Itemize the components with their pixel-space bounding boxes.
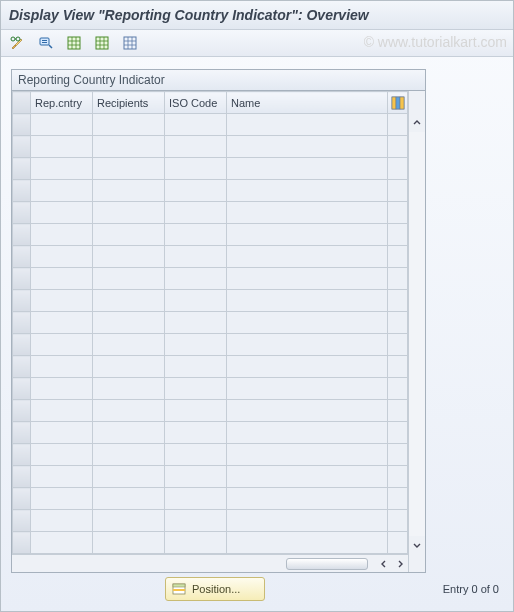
row-selector[interactable]: [13, 268, 31, 290]
table-cell[interactable]: [31, 180, 93, 202]
table-cell[interactable]: [31, 312, 93, 334]
table-cell[interactable]: [93, 114, 165, 136]
export-button-3[interactable]: [119, 32, 141, 54]
row-selector-header[interactable]: [13, 92, 31, 114]
export-button-2[interactable]: [91, 32, 113, 54]
row-selector[interactable]: [13, 532, 31, 554]
table-cell[interactable]: [165, 378, 227, 400]
table-cell[interactable]: [227, 444, 388, 466]
table-cell[interactable]: [165, 136, 227, 158]
table-settings-button[interactable]: [388, 92, 408, 114]
table-cell[interactable]: [31, 532, 93, 554]
table-cell[interactable]: [165, 334, 227, 356]
table-cell[interactable]: [165, 466, 227, 488]
table-cell[interactable]: [165, 290, 227, 312]
table-cell[interactable]: [31, 268, 93, 290]
table-cell[interactable]: [93, 444, 165, 466]
table-cell[interactable]: [93, 180, 165, 202]
table-cell[interactable]: [165, 114, 227, 136]
table-cell[interactable]: [165, 444, 227, 466]
row-selector[interactable]: [13, 378, 31, 400]
table-cell[interactable]: [31, 400, 93, 422]
export-button-1[interactable]: [63, 32, 85, 54]
table-cell[interactable]: [31, 290, 93, 312]
table-cell[interactable]: [165, 356, 227, 378]
table-cell[interactable]: [165, 246, 227, 268]
table-cell[interactable]: [31, 202, 93, 224]
find-button[interactable]: [35, 32, 57, 54]
table-cell[interactable]: [93, 136, 165, 158]
row-selector[interactable]: [13, 488, 31, 510]
table-cell[interactable]: [227, 356, 388, 378]
table-cell[interactable]: [31, 114, 93, 136]
row-selector[interactable]: [13, 136, 31, 158]
table-cell[interactable]: [227, 114, 388, 136]
row-selector[interactable]: [13, 202, 31, 224]
table-cell[interactable]: [227, 180, 388, 202]
row-selector[interactable]: [13, 312, 31, 334]
table-cell[interactable]: [93, 334, 165, 356]
table-cell[interactable]: [227, 510, 388, 532]
hscroll-left-button[interactable]: [376, 556, 392, 572]
row-selector[interactable]: [13, 444, 31, 466]
table-cell[interactable]: [165, 158, 227, 180]
table-cell[interactable]: [31, 224, 93, 246]
table-cell[interactable]: [227, 268, 388, 290]
table-cell[interactable]: [227, 422, 388, 444]
table-cell[interactable]: [93, 532, 165, 554]
table-cell[interactable]: [93, 466, 165, 488]
table-cell[interactable]: [31, 246, 93, 268]
table-cell[interactable]: [227, 532, 388, 554]
table-cell[interactable]: [93, 378, 165, 400]
table-cell[interactable]: [227, 312, 388, 334]
table-cell[interactable]: [93, 202, 165, 224]
row-selector[interactable]: [13, 246, 31, 268]
table-cell[interactable]: [165, 422, 227, 444]
table-cell[interactable]: [31, 356, 93, 378]
table-cell[interactable]: [227, 202, 388, 224]
table-cell[interactable]: [165, 488, 227, 510]
row-selector[interactable]: [13, 158, 31, 180]
table-cell[interactable]: [93, 246, 165, 268]
vscroll-up-button[interactable]: [409, 114, 425, 132]
table-cell[interactable]: [93, 356, 165, 378]
table-cell[interactable]: [165, 532, 227, 554]
table-cell[interactable]: [227, 334, 388, 356]
table-cell[interactable]: [93, 290, 165, 312]
table-cell[interactable]: [93, 224, 165, 246]
row-selector[interactable]: [13, 356, 31, 378]
vscroll-down-button[interactable]: [409, 536, 425, 554]
row-selector[interactable]: [13, 510, 31, 532]
table-cell[interactable]: [227, 400, 388, 422]
vscroll-track[interactable]: [409, 132, 425, 536]
table-cell[interactable]: [93, 488, 165, 510]
table-cell[interactable]: [227, 158, 388, 180]
vertical-scrollbar[interactable]: [408, 91, 425, 572]
row-selector[interactable]: [13, 180, 31, 202]
table-cell[interactable]: [31, 510, 93, 532]
toggle-display-change-button[interactable]: [7, 32, 29, 54]
table-cell[interactable]: [93, 268, 165, 290]
row-selector[interactable]: [13, 334, 31, 356]
table-cell[interactable]: [93, 422, 165, 444]
table-cell[interactable]: [165, 202, 227, 224]
horizontal-scrollbar[interactable]: [12, 554, 408, 572]
table-cell[interactable]: [93, 158, 165, 180]
col-header-recipients[interactable]: Recipients: [93, 92, 165, 114]
table-cell[interactable]: [31, 378, 93, 400]
table-cell[interactable]: [227, 466, 388, 488]
table-cell[interactable]: [227, 136, 388, 158]
col-header-iso-code[interactable]: ISO Code: [165, 92, 227, 114]
table-cell[interactable]: [227, 224, 388, 246]
table-cell[interactable]: [227, 488, 388, 510]
table-cell[interactable]: [227, 378, 388, 400]
table-cell[interactable]: [31, 444, 93, 466]
table-cell[interactable]: [227, 246, 388, 268]
table-cell[interactable]: [165, 180, 227, 202]
table-cell[interactable]: [165, 400, 227, 422]
table-cell[interactable]: [31, 488, 93, 510]
hscroll-track[interactable]: [12, 555, 376, 572]
table-cell[interactable]: [165, 224, 227, 246]
table-cell[interactable]: [31, 158, 93, 180]
table-cell[interactable]: [93, 312, 165, 334]
